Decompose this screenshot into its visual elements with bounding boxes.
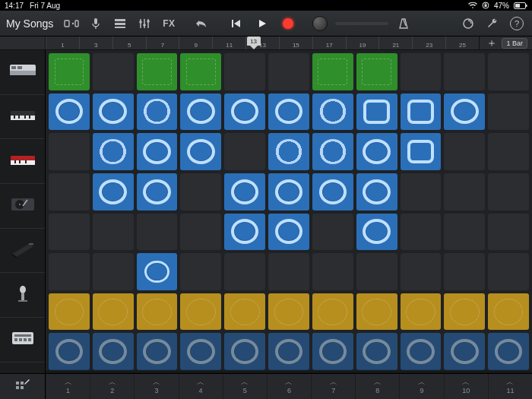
loop-cell[interactable]: [488, 253, 529, 290]
loop-cell[interactable]: [356, 214, 397, 251]
column-trigger[interactable]: ︿7: [311, 374, 355, 399]
loop-cell[interactable]: [401, 253, 442, 290]
loop-cell[interactable]: [224, 333, 265, 370]
loop-cell[interactable]: [224, 93, 265, 131]
column-trigger[interactable]: ︿10: [444, 374, 488, 399]
loop-cell[interactable]: [356, 173, 397, 211]
column-trigger[interactable]: ︿3: [134, 374, 178, 399]
undo-button[interactable]: [191, 14, 212, 33]
loop-cell[interactable]: [268, 173, 309, 211]
master-volume-knob[interactable]: [312, 16, 328, 31]
loop-cell[interactable]: [49, 253, 90, 290]
track-header-microphone[interactable]: [0, 273, 45, 318]
loop-cell[interactable]: [268, 333, 309, 370]
column-trigger[interactable]: ︿11: [488, 374, 532, 399]
tracks-view-button[interactable]: [109, 14, 131, 33]
loop-cell[interactable]: [224, 253, 265, 290]
loop-cell[interactable]: [93, 93, 134, 131]
loop-cell[interactable]: [93, 53, 134, 90]
track-header-piano[interactable]: [0, 229, 45, 274]
loop-browser-button[interactable]: [458, 14, 479, 33]
record-button[interactable]: [277, 14, 299, 33]
loop-cell[interactable]: [180, 214, 221, 251]
loop-cell[interactable]: [444, 333, 485, 370]
loop-cell[interactable]: [93, 214, 134, 251]
loop-cell[interactable]: [488, 173, 529, 211]
column-trigger[interactable]: ︿6: [267, 374, 311, 399]
loop-cell[interactable]: [137, 333, 178, 370]
mixer-button[interactable]: [134, 14, 155, 33]
loop-cell[interactable]: [93, 293, 134, 331]
loop-cell[interactable]: [401, 53, 442, 90]
loop-cell[interactable]: [312, 173, 353, 211]
column-trigger[interactable]: ︿4: [179, 374, 223, 399]
loop-cell[interactable]: [312, 93, 353, 131]
loop-cell[interactable]: [356, 333, 397, 370]
help-button[interactable]: ?: [506, 14, 527, 33]
loop-cell[interactable]: [401, 133, 442, 170]
master-volume-track[interactable]: [335, 22, 388, 25]
loop-cell[interactable]: [444, 93, 485, 131]
go-to-start-button[interactable]: [226, 14, 247, 33]
loop-cell[interactable]: [444, 173, 485, 211]
loop-cell[interactable]: [268, 53, 309, 90]
play-button[interactable]: [252, 14, 273, 33]
loop-cell[interactable]: [401, 293, 442, 331]
settings-wrench-icon[interactable]: [482, 14, 503, 33]
loop-cell[interactable]: [488, 133, 529, 170]
track-header-drum-machine[interactable]: [0, 318, 45, 363]
metronome-button[interactable]: [393, 14, 414, 33]
loop-cell[interactable]: [49, 293, 90, 331]
loop-cell[interactable]: [401, 173, 442, 211]
loop-cell[interactable]: [312, 214, 353, 251]
loop-cell[interactable]: [312, 253, 353, 290]
loop-cell[interactable]: [49, 93, 90, 131]
loop-cell[interactable]: [401, 214, 442, 251]
loop-cell[interactable]: [268, 253, 309, 290]
loop-cell[interactable]: [356, 253, 397, 290]
loop-cell[interactable]: [444, 253, 485, 290]
loop-cell[interactable]: [488, 293, 529, 331]
loop-cell[interactable]: [93, 133, 134, 170]
loop-cell[interactable]: [312, 53, 353, 90]
loop-cell[interactable]: [401, 333, 442, 370]
loop-cell[interactable]: [180, 333, 221, 370]
loop-cell[interactable]: [49, 333, 90, 370]
loop-cell[interactable]: [224, 214, 265, 251]
cell-editor-button[interactable]: [0, 374, 46, 399]
loop-cell[interactable]: [93, 333, 134, 370]
loop-cell[interactable]: [401, 93, 442, 131]
loop-cell[interactable]: [49, 133, 90, 170]
loop-cell[interactable]: [180, 53, 221, 90]
loop-cell[interactable]: [356, 53, 397, 90]
add-section-button[interactable]: ＋: [486, 36, 497, 50]
loop-cell[interactable]: [356, 133, 397, 170]
section-length-badge[interactable]: 1 Bar: [502, 38, 527, 49]
track-header-turntable[interactable]: [0, 184, 45, 229]
loop-cell[interactable]: [49, 173, 90, 211]
loop-cell[interactable]: [444, 214, 485, 251]
column-trigger[interactable]: ︿1: [46, 374, 90, 399]
loop-cell[interactable]: [224, 53, 265, 90]
browser-button[interactable]: [61, 14, 82, 33]
loop-cell[interactable]: [224, 133, 265, 170]
loop-cell[interactable]: [137, 53, 178, 90]
loop-cell[interactable]: [180, 293, 221, 331]
loop-cell[interactable]: [180, 93, 221, 131]
loop-cell[interactable]: [312, 133, 353, 170]
loop-cell[interactable]: [444, 53, 485, 90]
loop-cell[interactable]: [488, 93, 529, 131]
loop-cell[interactable]: [312, 293, 353, 331]
timeline-ruler[interactable]: 135791113151719212325 13: [46, 36, 479, 49]
loop-cell[interactable]: [180, 253, 221, 290]
loop-cell[interactable]: [268, 133, 309, 170]
loop-cell[interactable]: [93, 253, 134, 290]
fx-button[interactable]: FX: [158, 14, 179, 33]
column-trigger[interactable]: ︿9: [399, 374, 443, 399]
loop-cell[interactable]: [488, 333, 529, 370]
loop-cell[interactable]: [444, 293, 485, 331]
loop-cell[interactable]: [488, 214, 529, 251]
track-header-keys-red[interactable]: [0, 139, 45, 184]
loop-cell[interactable]: [137, 253, 178, 290]
loop-cell[interactable]: [137, 93, 178, 131]
